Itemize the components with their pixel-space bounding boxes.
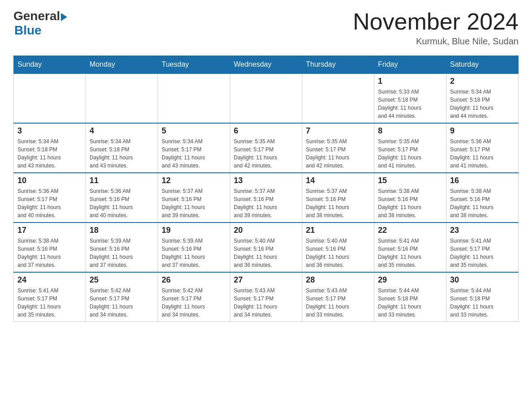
month-title: November 2024 — [353, 9, 519, 34]
day-cell: 14Sunrise: 5:37 AM Sunset: 5:16 PM Dayli… — [302, 173, 374, 223]
calendar-header: SundayMondayTuesdayWednesdayThursdayFrid… — [14, 56, 519, 74]
day-cell: 19Sunrise: 5:39 AM Sunset: 5:16 PM Dayli… — [158, 223, 230, 272]
day-cell: 18Sunrise: 5:39 AM Sunset: 5:16 PM Dayli… — [86, 223, 158, 272]
day-cell: 20Sunrise: 5:40 AM Sunset: 5:16 PM Dayli… — [230, 223, 302, 272]
day-cell: 17Sunrise: 5:38 AM Sunset: 5:16 PM Dayli… — [14, 223, 86, 272]
day-info: Sunrise: 5:40 AM Sunset: 5:16 PM Dayligh… — [306, 237, 370, 269]
day-number: 14 — [306, 176, 370, 185]
week-row-3: 10Sunrise: 5:36 AM Sunset: 5:17 PM Dayli… — [14, 173, 519, 223]
day-cell: 7Sunrise: 5:35 AM Sunset: 5:17 PM Daylig… — [302, 123, 374, 173]
day-info: Sunrise: 5:42 AM Sunset: 5:17 PM Dayligh… — [162, 287, 226, 319]
day-number: 4 — [90, 126, 154, 136]
day-info: Sunrise: 5:44 AM Sunset: 5:18 PM Dayligh… — [450, 287, 515, 319]
day-info: Sunrise: 5:35 AM Sunset: 5:17 PM Dayligh… — [306, 137, 370, 170]
day-cell — [14, 73, 86, 123]
weekday-header-saturday: Saturday — [446, 56, 519, 74]
day-info: Sunrise: 5:37 AM Sunset: 5:16 PM Dayligh… — [306, 187, 370, 219]
day-number: 11 — [90, 176, 154, 185]
weekday-row: SundayMondayTuesdayWednesdayThursdayFrid… — [14, 56, 519, 74]
calendar-table: SundayMondayTuesdayWednesdayThursdayFrid… — [13, 56, 519, 322]
logo: General Blue — [13, 9, 67, 38]
weekday-header-wednesday: Wednesday — [230, 56, 302, 74]
day-cell: 25Sunrise: 5:42 AM Sunset: 5:17 PM Dayli… — [86, 272, 158, 322]
day-cell: 9Sunrise: 5:36 AM Sunset: 5:17 PM Daylig… — [446, 123, 519, 173]
day-number: 17 — [17, 226, 82, 235]
day-number: 12 — [162, 176, 226, 185]
day-info: Sunrise: 5:34 AM Sunset: 5:18 PM Dayligh… — [17, 137, 82, 170]
day-info: Sunrise: 5:36 AM Sunset: 5:16 PM Dayligh… — [90, 187, 154, 219]
day-number: 13 — [234, 176, 298, 185]
day-info: Sunrise: 5:38 AM Sunset: 5:16 PM Dayligh… — [450, 187, 515, 219]
location-text: Kurmuk, Blue Nile, Sudan — [353, 36, 519, 47]
day-cell: 12Sunrise: 5:37 AM Sunset: 5:16 PM Dayli… — [158, 173, 230, 223]
logo-arrow-icon — [61, 13, 67, 21]
day-cell: 28Sunrise: 5:43 AM Sunset: 5:17 PM Dayli… — [302, 272, 374, 322]
week-row-1: 1Sunrise: 5:33 AM Sunset: 5:18 PM Daylig… — [14, 73, 519, 123]
day-info: Sunrise: 5:36 AM Sunset: 5:17 PM Dayligh… — [17, 187, 82, 219]
day-info: Sunrise: 5:37 AM Sunset: 5:16 PM Dayligh… — [162, 187, 226, 219]
day-info: Sunrise: 5:39 AM Sunset: 5:16 PM Dayligh… — [162, 237, 226, 269]
day-info: Sunrise: 5:34 AM Sunset: 5:18 PM Dayligh… — [90, 137, 154, 170]
day-cell: 4Sunrise: 5:34 AM Sunset: 5:18 PM Daylig… — [86, 123, 158, 173]
day-cell: 15Sunrise: 5:38 AM Sunset: 5:16 PM Dayli… — [374, 173, 446, 223]
day-info: Sunrise: 5:37 AM Sunset: 5:16 PM Dayligh… — [234, 187, 298, 219]
day-cell — [302, 73, 374, 123]
day-number: 9 — [450, 126, 515, 136]
day-number: 27 — [234, 275, 298, 285]
day-info: Sunrise: 5:34 AM Sunset: 5:18 PM Dayligh… — [450, 88, 515, 120]
day-cell: 6Sunrise: 5:35 AM Sunset: 5:17 PM Daylig… — [230, 123, 302, 173]
calendar-body: 1Sunrise: 5:33 AM Sunset: 5:18 PM Daylig… — [14, 73, 519, 322]
day-cell: 5Sunrise: 5:34 AM Sunset: 5:17 PM Daylig… — [158, 123, 230, 173]
day-cell: 24Sunrise: 5:41 AM Sunset: 5:17 PM Dayli… — [14, 272, 86, 322]
day-number: 29 — [378, 275, 442, 285]
title-section: November 2024 Kurmuk, Blue Nile, Sudan — [353, 9, 519, 47]
day-cell: 29Sunrise: 5:44 AM Sunset: 5:18 PM Dayli… — [374, 272, 446, 322]
day-number: 28 — [306, 275, 370, 285]
day-cell: 11Sunrise: 5:36 AM Sunset: 5:16 PM Dayli… — [86, 173, 158, 223]
day-number: 23 — [450, 226, 515, 235]
day-info: Sunrise: 5:41 AM Sunset: 5:17 PM Dayligh… — [450, 237, 515, 269]
day-cell — [86, 73, 158, 123]
day-number: 24 — [17, 275, 82, 285]
day-number: 5 — [162, 126, 226, 136]
day-cell — [230, 73, 302, 123]
day-cell: 23Sunrise: 5:41 AM Sunset: 5:17 PM Dayli… — [446, 223, 519, 272]
logo-general-text: General — [13, 9, 60, 23]
day-cell: 8Sunrise: 5:35 AM Sunset: 5:17 PM Daylig… — [374, 123, 446, 173]
day-number: 19 — [162, 226, 226, 235]
day-number: 21 — [306, 226, 370, 235]
day-info: Sunrise: 5:34 AM Sunset: 5:17 PM Dayligh… — [162, 137, 226, 170]
day-number: 25 — [90, 275, 154, 285]
day-info: Sunrise: 5:41 AM Sunset: 5:16 PM Dayligh… — [378, 237, 442, 269]
day-cell: 2Sunrise: 5:34 AM Sunset: 5:18 PM Daylig… — [446, 73, 519, 123]
day-cell: 27Sunrise: 5:43 AM Sunset: 5:17 PM Dayli… — [230, 272, 302, 322]
day-number: 30 — [450, 275, 515, 285]
day-number: 6 — [234, 126, 298, 136]
day-cell: 16Sunrise: 5:38 AM Sunset: 5:16 PM Dayli… — [446, 173, 519, 223]
day-info: Sunrise: 5:38 AM Sunset: 5:16 PM Dayligh… — [17, 237, 82, 269]
day-cell: 3Sunrise: 5:34 AM Sunset: 5:18 PM Daylig… — [14, 123, 86, 173]
day-info: Sunrise: 5:40 AM Sunset: 5:16 PM Dayligh… — [234, 237, 298, 269]
day-info: Sunrise: 5:44 AM Sunset: 5:18 PM Dayligh… — [378, 287, 442, 319]
day-number: 20 — [234, 226, 298, 235]
weekday-header-tuesday: Tuesday — [158, 56, 230, 74]
day-number: 26 — [162, 275, 226, 285]
week-row-4: 17Sunrise: 5:38 AM Sunset: 5:16 PM Dayli… — [14, 223, 519, 272]
week-row-2: 3Sunrise: 5:34 AM Sunset: 5:18 PM Daylig… — [14, 123, 519, 173]
day-number: 15 — [378, 176, 442, 185]
day-info: Sunrise: 5:39 AM Sunset: 5:16 PM Dayligh… — [90, 237, 154, 269]
day-number: 7 — [306, 126, 370, 136]
weekday-header-monday: Monday — [86, 56, 158, 74]
day-info: Sunrise: 5:36 AM Sunset: 5:17 PM Dayligh… — [450, 137, 515, 170]
day-info: Sunrise: 5:35 AM Sunset: 5:17 PM Dayligh… — [234, 137, 298, 170]
weekday-header-thursday: Thursday — [302, 56, 374, 74]
day-info: Sunrise: 5:42 AM Sunset: 5:17 PM Dayligh… — [90, 287, 154, 319]
day-number: 22 — [378, 226, 442, 235]
day-info: Sunrise: 5:35 AM Sunset: 5:17 PM Dayligh… — [378, 137, 442, 170]
day-number: 18 — [90, 226, 154, 235]
day-number: 16 — [450, 176, 515, 185]
day-cell: 21Sunrise: 5:40 AM Sunset: 5:16 PM Dayli… — [302, 223, 374, 272]
day-info: Sunrise: 5:38 AM Sunset: 5:16 PM Dayligh… — [378, 187, 442, 219]
day-info: Sunrise: 5:43 AM Sunset: 5:17 PM Dayligh… — [234, 287, 298, 319]
day-number: 1 — [378, 77, 442, 86]
